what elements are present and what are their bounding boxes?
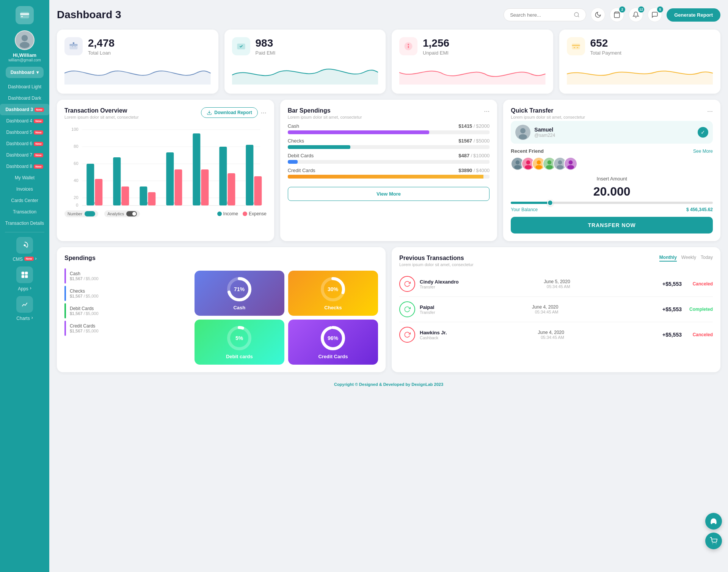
svg-text:20: 20	[74, 195, 78, 200]
sidebar-charts-btn[interactable]	[16, 296, 33, 313]
svg-text:30%: 30%	[328, 286, 339, 292]
svg-text:96%: 96%	[328, 335, 339, 341]
sidebar-item-dashboard6[interactable]: Dashboard 6 New	[0, 138, 49, 149]
total-payment-wave	[567, 62, 713, 85]
sidebar-item-invoices[interactable]: Invoices	[0, 183, 49, 195]
refresh-icon-2	[404, 306, 411, 313]
svg-rect-0	[20, 12, 29, 18]
recent-friends-list	[511, 157, 713, 171]
expense-dot	[243, 212, 247, 216]
header-right: 2 12 5 Generate Report	[504, 8, 720, 22]
sidebar-cms-btn[interactable]	[16, 237, 33, 254]
middle-row: Transaction Overview Lorem ipsum dolor s…	[57, 100, 720, 241]
transfer-now-button[interactable]: TRANSFER NOW	[511, 217, 713, 234]
quick-transfer-more-btn[interactable]: ···	[707, 107, 713, 115]
svg-rect-43	[121, 186, 129, 205]
checks-bar	[64, 286, 66, 301]
sidebar-item-dashboard4[interactable]: Dashboard 4 New	[0, 115, 49, 127]
spending-row-cash: Cash $1,567 / $5,000	[64, 268, 187, 284]
tab-weekly[interactable]: Weekly	[681, 255, 696, 262]
sidebar-item-dashboard-light[interactable]: Dashboard Light	[0, 81, 49, 92]
badge-new: New	[34, 130, 43, 135]
number-toggle[interactable]: Number	[64, 210, 98, 217]
transaction-overview-more-btn[interactable]: ···	[261, 109, 267, 117]
svg-rect-44	[140, 186, 147, 205]
transaction-overview-card: Transaction Overview Lorem ipsum dolor s…	[57, 100, 274, 241]
svg-rect-1	[20, 13, 29, 15]
generate-report-button[interactable]: Generate Report	[667, 8, 720, 22]
theme-toggle-btn[interactable]	[591, 8, 605, 22]
total-loan-icon	[64, 37, 83, 55]
refresh-icon-3	[404, 331, 411, 338]
main-content: Dashboard 3 2 12 5 Generate Report	[49, 0, 728, 572]
quick-transfer-title: Quick Transfer	[511, 107, 585, 114]
bottom-row: Spendings Cash $1,567 / $5,000 Che	[57, 247, 720, 372]
svg-text:100: 100	[71, 127, 78, 132]
sidebar-item-my-wallet[interactable]: My Wallet	[0, 172, 49, 183]
sidebar-item-transaction[interactable]: Transaction	[0, 206, 49, 218]
svg-point-5	[20, 42, 30, 49]
chat-badge: 5	[657, 6, 663, 13]
friend-avatar-6[interactable]	[564, 157, 577, 171]
paid-emi-value: 983	[256, 37, 276, 49]
svg-rect-40	[86, 164, 94, 205]
sidebar-logo[interactable]	[16, 6, 34, 24]
transaction-row-2: Paipal Transfer June 4, 2020 05:34:45 AM…	[399, 297, 713, 322]
badge-new: New	[34, 119, 43, 123]
cart-btn[interactable]: 2	[610, 8, 624, 22]
paid-emi-icon	[232, 37, 250, 55]
sidebar-item-transaction-details[interactable]: Transaction Details	[0, 218, 49, 229]
stat-card-total-loan: 2,478 Total Loan	[57, 30, 218, 94]
amount-slider[interactable]	[511, 202, 713, 204]
bar-spendings-card: Bar Spendings Lorem ipsum dolor sit amet…	[280, 100, 497, 241]
donut-credit: 96% Credit Cards	[288, 320, 378, 365]
cart-fab[interactable]	[705, 533, 722, 549]
spending-bar-checks: Checks $1567 / $5000	[288, 138, 490, 149]
total-loan-label: Total Loan	[88, 50, 115, 56]
view-more-button[interactable]: View More	[288, 187, 490, 201]
tab-monthly[interactable]: Monthly	[659, 255, 677, 262]
trans-icon-3	[399, 327, 415, 343]
sidebar-item-dashboard5[interactable]: Dashboard 5 New	[0, 127, 49, 138]
spending-bar-credit: Credit Cards $3890 / $4000	[288, 168, 490, 179]
debit-donut-chart: 5%	[226, 325, 253, 351]
svg-rect-9	[22, 275, 24, 278]
svg-rect-41	[95, 179, 102, 205]
see-more-link[interactable]: See More	[693, 149, 713, 154]
credit-donut-chart: 96%	[320, 325, 346, 351]
sidebar-dashboard-btn[interactable]: Dashboard ▾	[6, 67, 44, 78]
sidebar-item-dashboard-dark[interactable]: Dashboard Dark	[0, 92, 49, 104]
unpaid-emi-label: Unpaid EMI	[423, 50, 449, 56]
sidebar-apps-btn[interactable]	[16, 266, 33, 283]
svg-point-11	[574, 13, 579, 17]
chat-icon	[651, 11, 658, 18]
bar-spendings-title: Bar Spendings	[288, 107, 362, 114]
svg-point-58	[516, 160, 520, 165]
svg-rect-42	[113, 157, 121, 205]
transaction-overview-title: Transaction Overview	[64, 107, 139, 114]
analytics-toggle[interactable]: Analytics	[104, 210, 140, 217]
svg-text:5%: 5%	[235, 335, 243, 341]
search-input[interactable]	[510, 12, 571, 18]
support-fab[interactable]	[705, 513, 722, 530]
chat-btn[interactable]: 5	[648, 8, 662, 22]
tab-today[interactable]: Today	[701, 255, 713, 262]
cms-badge: New	[24, 257, 33, 261]
notification-btn[interactable]: 12	[629, 8, 643, 22]
donut-grid: 71% Cash 30% Checks	[195, 271, 378, 365]
svg-point-59	[514, 165, 521, 169]
sidebar-item-dashboard8[interactable]: Dashboard 8 New	[0, 161, 49, 172]
unpaid-emi-value: 1,256	[423, 37, 449, 49]
sidebar-item-dashboard3[interactable]: Dashboard 3 New	[0, 104, 49, 115]
transaction-overview-actions: Download Report ···	[201, 107, 266, 118]
svg-point-70	[558, 160, 562, 165]
sidebar-item-cards-center[interactable]: Cards Center	[0, 195, 49, 206]
spendings-card: Spendings Cash $1,567 / $5,000 Che	[57, 247, 386, 372]
svg-point-15	[73, 42, 75, 44]
bar-spendings-more-btn[interactable]: ···	[484, 107, 490, 115]
download-report-button[interactable]: Download Report	[201, 107, 257, 118]
debit-bar	[64, 303, 66, 318]
svg-point-67	[548, 160, 552, 165]
svg-line-12	[578, 16, 579, 17]
sidebar-item-dashboard7[interactable]: Dashboard 7 New	[0, 149, 49, 161]
